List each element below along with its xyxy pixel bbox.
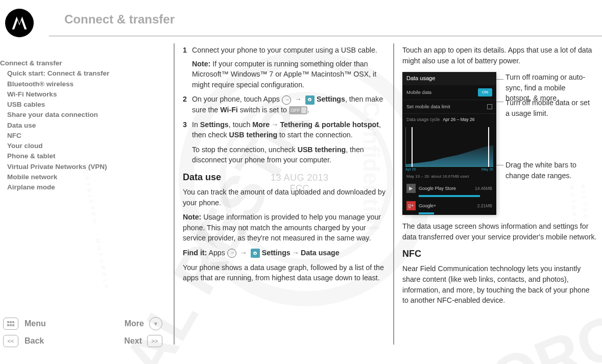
page-title: Connect & transfer xyxy=(64,12,175,27)
body-text: Your phone shows a data usage graph, fol… xyxy=(183,262,387,283)
body-text: Note: Usage information is provided to h… xyxy=(183,212,387,244)
body-text: The data usage screen shows information … xyxy=(402,221,597,242)
step-3: 3 In Settings, touch More→Tethering & po… xyxy=(183,119,387,165)
content-column-2: Touch an app to open its details. Apps t… xyxy=(402,45,597,310)
axis-label: May 26 xyxy=(481,167,493,172)
mobile-data-label: Mobile data xyxy=(406,89,431,96)
usage-caption: May 19 – 26: about 16.67MB used xyxy=(402,172,496,182)
sidebar-item[interactable]: Share your data connection xyxy=(0,110,162,120)
callout-line xyxy=(496,102,503,102)
svg-rect-4 xyxy=(10,324,12,326)
svg-rect-0 xyxy=(7,321,9,323)
content-column-1: 1 Connect your phone to your computer us… xyxy=(183,45,387,287)
more-button[interactable]: More xyxy=(125,319,149,328)
arrow-icon: → xyxy=(295,94,302,105)
body-text: Touch an app to open its details. Apps t… xyxy=(402,45,597,66)
data-usage-screenshot: Data usage Mobile data ON Set mobile dat… xyxy=(402,72,496,215)
column-divider xyxy=(393,43,394,345)
sidebar: Connect & transfer Quick start: Connect … xyxy=(0,58,162,192)
body-text: You can track the amount of data uploade… xyxy=(183,187,387,208)
svg-rect-3 xyxy=(7,324,9,326)
svg-rect-1 xyxy=(10,321,12,323)
column-divider xyxy=(174,43,175,345)
menu-button[interactable]: Menu xyxy=(18,319,80,328)
back-button[interactable]: Back xyxy=(18,336,80,346)
screen-title: Data usage xyxy=(406,75,435,83)
app-row: ▶ Google Play Store14.46MB xyxy=(402,182,496,195)
menu-icon[interactable] xyxy=(3,318,18,330)
settings-icon xyxy=(305,95,315,105)
sidebar-item[interactable]: Mobile network xyxy=(0,172,162,182)
arrow-icon: → xyxy=(240,248,247,258)
axis-label: Apr 26 xyxy=(405,167,416,172)
range-bar-right xyxy=(488,127,489,167)
callout-line xyxy=(496,165,503,165)
callout-text: Turn off mobile data or set a usage limi… xyxy=(505,98,592,118)
next-icon[interactable]: >> xyxy=(147,335,162,347)
sidebar-item[interactable]: Data use xyxy=(0,120,162,131)
sidebar-item[interactable]: Bluetooth® wireless xyxy=(0,79,162,89)
wifi-off-toggle: OFF xyxy=(289,106,307,114)
sidebar-item[interactable]: USB cables xyxy=(0,100,162,110)
data-limit-checkbox xyxy=(487,104,492,109)
data-use-heading: Data use xyxy=(183,171,387,184)
svg-rect-5 xyxy=(12,324,14,326)
cycle-label: Data usage cycle xyxy=(406,116,440,123)
page-nav: Menu More ▼ << Back Next >> xyxy=(3,315,162,350)
apps-icon: ⁙⁙ xyxy=(227,249,236,258)
moto-logo xyxy=(5,9,34,37)
data-limit-label: Set mobile data limit xyxy=(406,103,450,110)
more-icon[interactable]: ▼ xyxy=(149,317,162,330)
app-row: g+ Google+2.21MB xyxy=(402,199,496,212)
svg-rect-2 xyxy=(12,321,14,323)
cycle-value: Apr 26 – May 26 xyxy=(443,116,474,123)
find-it-line: Find it: Apps ⁙⁙ → Settings→Data usage xyxy=(183,248,387,258)
nfc-heading: NFC xyxy=(402,247,597,260)
sidebar-item[interactable]: Airplane mode xyxy=(0,182,162,192)
back-icon[interactable]: << xyxy=(3,335,18,347)
sidebar-item[interactable]: Virtual Private Networks (VPN) xyxy=(0,162,162,172)
range-bar-left xyxy=(412,127,413,167)
callout-line xyxy=(496,79,503,80)
settings-icon xyxy=(251,249,260,258)
sidebar-item[interactable]: Quick start: Connect & transfer xyxy=(0,68,162,79)
mobile-data-toggle: ON xyxy=(478,88,492,96)
play-store-icon: ▶ xyxy=(406,184,416,193)
header-divider xyxy=(49,36,602,36)
usage-chart: Apr 26 May 26 xyxy=(403,125,495,172)
sidebar-item[interactable]: Your cloud xyxy=(0,141,162,151)
google-plus-icon: g+ xyxy=(406,201,416,210)
apps-icon: ⁙⁙ xyxy=(282,95,291,105)
sidebar-item[interactable]: NFC xyxy=(0,131,162,141)
sidebar-item-connect[interactable]: Connect & transfer xyxy=(0,58,162,68)
sidebar-item[interactable]: Phone & tablet xyxy=(0,151,162,161)
step-2: 2 On your phone, touch Apps ⁙⁙ → Setting… xyxy=(183,94,387,115)
callout-text: Drag the white bars to change date range… xyxy=(505,160,592,181)
body-text: Near Field Communication technology lets… xyxy=(402,263,597,305)
step-1: 1 Connect your phone to your computer us… xyxy=(183,45,387,90)
next-button[interactable]: Next xyxy=(124,336,147,346)
sidebar-item[interactable]: Wi-Fi Networks xyxy=(0,89,162,100)
